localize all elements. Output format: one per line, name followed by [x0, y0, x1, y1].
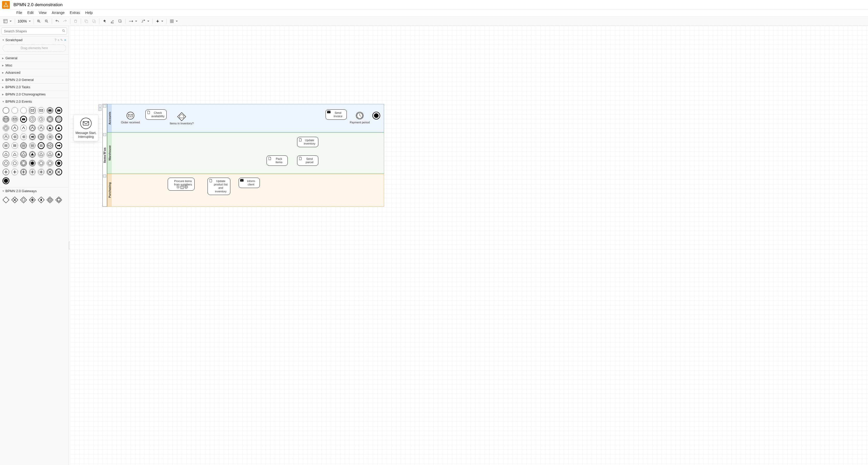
help-icon[interactable]: ? [55, 38, 56, 42]
zoom-level[interactable]: 100% [17, 18, 32, 25]
event-shape[interactable] [55, 151, 63, 158]
task-update-product-list[interactable]: Update product list and inventory [208, 178, 230, 195]
plus-icon[interactable]: + [58, 38, 59, 42]
close-icon[interactable]: ✕ [64, 38, 66, 42]
event-shape[interactable] [55, 115, 63, 123]
gateway-shape[interactable] [37, 196, 45, 204]
connection-style-button[interactable] [127, 18, 139, 25]
event-shape[interactable] [55, 168, 63, 176]
event-shape[interactable] [28, 115, 36, 123]
app-logo[interactable] [2, 1, 10, 9]
event-shape[interactable] [28, 168, 36, 176]
menu-help[interactable]: Help [83, 10, 95, 15]
event-shape[interactable] [37, 124, 45, 132]
event-shape[interactable] [46, 106, 54, 114]
event-shape[interactable] [11, 159, 19, 167]
edit-icon[interactable]: ✎ [60, 38, 63, 42]
pool[interactable]: – – Items'R'us – Accounts Order received [102, 104, 384, 207]
event-shape[interactable] [28, 124, 36, 132]
gateway-shape[interactable] [20, 196, 27, 204]
event-shape[interactable] [2, 168, 10, 176]
insert-button[interactable] [154, 18, 165, 25]
event-shape[interactable] [28, 133, 36, 141]
event-shape[interactable] [11, 115, 19, 123]
section-advanced[interactable]: ▶Advanced [0, 69, 69, 76]
event-shape[interactable] [37, 151, 45, 158]
event-shape[interactable] [11, 151, 19, 158]
event-shape[interactable] [20, 142, 27, 150]
menu-extras[interactable]: Extras [67, 10, 83, 15]
task-check-availability[interactable]: Check availability [146, 109, 167, 120]
lane-purchasing[interactable]: – Purchasing Procure items from supplier… [107, 174, 384, 207]
section-bpmn-events[interactable]: ▼BPMN 2.0 Events [0, 98, 69, 105]
section-misc[interactable]: ▶Misc [0, 62, 69, 69]
waypoint-style-button[interactable] [139, 18, 151, 25]
event-shape[interactable] [20, 115, 27, 123]
section-bpmn-general[interactable]: ▶BPMN 2.0 General [0, 76, 69, 83]
event-shape[interactable] [28, 159, 36, 167]
menu-view[interactable]: View [36, 10, 49, 15]
event-shape[interactable] [11, 106, 19, 114]
event-shape[interactable] [46, 115, 54, 123]
shadow-button[interactable] [117, 18, 124, 25]
task-pack-items[interactable]: Pack items [267, 156, 288, 166]
section-general[interactable]: ▶General [0, 55, 69, 62]
undo-button[interactable] [54, 18, 61, 25]
task-inform-client[interactable]: Inform client [239, 178, 260, 188]
event-shape[interactable] [11, 168, 19, 176]
event-shape[interactable] [20, 159, 27, 167]
lane-collapse-toggle[interactable]: – [103, 174, 106, 177]
event-shape[interactable] [20, 106, 27, 114]
event-shape[interactable] [20, 124, 27, 132]
view-mode-button[interactable] [2, 18, 13, 25]
event-shape[interactable] [55, 124, 63, 132]
event-shape[interactable] [46, 159, 54, 167]
gateway-shape[interactable] [55, 196, 63, 204]
menu-edit[interactable]: Edit [25, 10, 36, 15]
event-shape[interactable] [20, 133, 27, 141]
task-send-parcel[interactable]: Send parcel [297, 156, 318, 166]
fill-color-button[interactable] [101, 18, 108, 25]
event-shape[interactable] [37, 142, 45, 150]
scratchpad-header[interactable]: ▼ Scratchpad ? + ✎ ✕ [0, 36, 69, 43]
event-shape[interactable] [2, 124, 10, 132]
subprocess-procure[interactable]: Procure items from suppliers + [168, 178, 195, 191]
gateway-shape[interactable] [28, 196, 36, 204]
event-shape[interactable] [20, 168, 27, 176]
timer-event-payment-period[interactable]: Payment period [355, 111, 364, 120]
section-bpmn-gateways[interactable]: ▼BPMN 2.0 Gateways [0, 188, 69, 195]
delete-button[interactable] [72, 18, 79, 25]
task-send-invoice[interactable]: Send invoice [326, 109, 347, 120]
event-shape[interactable] [2, 106, 10, 114]
event-shape[interactable] [37, 159, 45, 167]
event-shape[interactable] [55, 133, 63, 141]
event-shape[interactable] [2, 142, 10, 150]
event-shape[interactable] [37, 133, 45, 141]
scratchpad-dropzone[interactable]: Drag elements here [3, 44, 66, 52]
line-color-button[interactable] [109, 18, 116, 25]
to-back-button[interactable] [90, 18, 98, 25]
event-shape[interactable] [2, 133, 10, 141]
expand-icon[interactable]: + [181, 186, 184, 189]
lane-collapse-toggle[interactable]: – [103, 133, 106, 136]
event-shape[interactable] [28, 151, 36, 158]
zoom-in-button[interactable] [35, 18, 42, 25]
event-shape[interactable] [2, 115, 10, 123]
event-shape[interactable] [11, 124, 19, 132]
event-shape[interactable] [46, 124, 54, 132]
gateway-shape[interactable] [11, 196, 19, 204]
gateway-shape[interactable] [2, 196, 10, 204]
end-event[interactable] [372, 111, 380, 120]
event-shape[interactable] [55, 142, 63, 150]
lane-accounts[interactable]: – Accounts Order received Check availabi… [107, 104, 384, 132]
document-title[interactable]: BPMN 2.0 demonstration [13, 2, 63, 7]
event-shape[interactable] [2, 151, 10, 158]
event-shape[interactable] [2, 159, 10, 167]
pool-title[interactable]: Items'R'us [102, 104, 107, 207]
section-bpmn-choreographies[interactable]: ▶BPMN 2.0 Choreographies [0, 91, 69, 98]
to-front-button[interactable] [83, 18, 90, 25]
pool-collapse-toggle[interactable]: – [99, 108, 101, 111]
event-shape[interactable] [46, 133, 54, 141]
section-bpmn-tasks[interactable]: ▶BPMN 2.0 Tasks [0, 84, 69, 91]
event-shape[interactable] [46, 168, 54, 176]
